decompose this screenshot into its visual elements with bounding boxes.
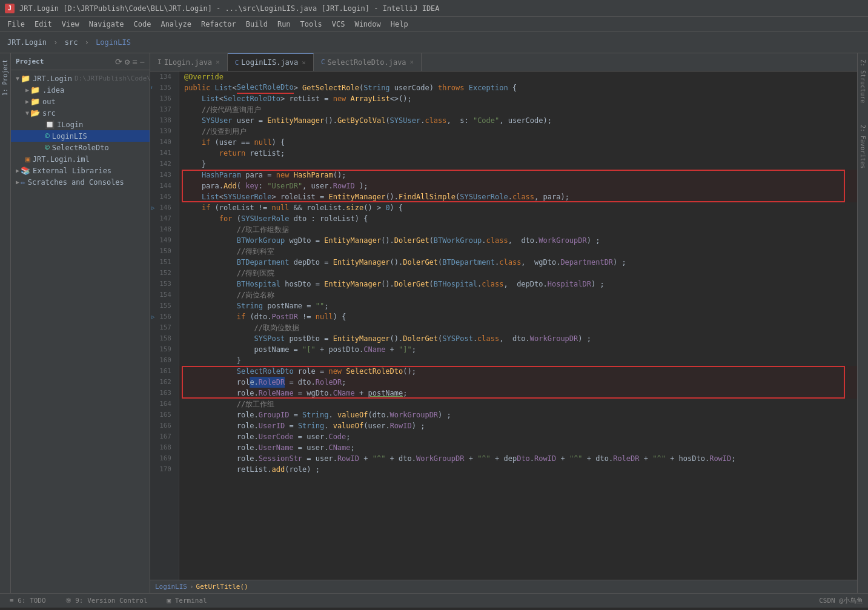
close-loginlis[interactable]: × <box>302 59 306 67</box>
close-ilogin[interactable]: × <box>216 58 220 66</box>
ln-139: 139 <box>153 126 174 137</box>
collapse-icon[interactable]: − <box>140 57 145 67</box>
code-line-162[interactable]: role.RoleDR = dto.RoleDR; <box>179 377 857 388</box>
code-editor[interactable]: 134 135 ↑ 136 137 138 139 140 141 142 14… <box>150 71 857 580</box>
code-line-144[interactable]: para.Add( key: "UserDR", user.RowID ); <box>179 181 857 191</box>
loginlis-tab-icon: C <box>235 59 239 67</box>
terminal-icon: ▣ <box>167 597 171 605</box>
menu-view[interactable]: View <box>57 19 84 30</box>
tree-loginlis[interactable]: © LoginLIS <box>11 130 150 142</box>
sidebar-header: Project ⟳ ⚙ ≡ − <box>11 53 150 70</box>
code-line-136[interactable]: List<SelectRoleDto> retList = new ArrayL… <box>179 93 857 104</box>
code-line-145[interactable]: List<SYSUserRole> roleList = EntityManag… <box>179 191 857 202</box>
menu-code[interactable]: Code <box>129 19 156 30</box>
code-line-137[interactable]: //按代码查询用户 <box>179 104 857 115</box>
menu-vcs[interactable]: VCS <box>327 19 350 30</box>
todo-label: TODO <box>30 597 46 605</box>
ln-156: 156 ▷ <box>153 311 174 322</box>
code-line-166[interactable]: role.UserID = String. valueOf(user.RowID… <box>179 420 857 431</box>
src-arrow: ▼ <box>25 110 29 116</box>
code-line-143[interactable]: HashParam para = new HashParam(); <box>179 170 857 181</box>
code-line-163[interactable]: role.RoleName = wgDto.CName + postName; <box>179 388 857 399</box>
todo-tab[interactable]: ≡ 6: TODO <box>5 595 51 606</box>
code-line-140[interactable]: if (user == null) { <box>179 137 857 148</box>
tree-out[interactable]: ▶ 📁 out <box>11 96 150 107</box>
tree-iml[interactable]: ▣ JRT.Login.iml <box>11 153 150 165</box>
code-line-165[interactable]: role.GroupID = String. valueOf(dto.WorkG… <box>179 409 857 420</box>
code-line-164[interactable]: //放工作组 <box>179 399 857 409</box>
code-line-153[interactable]: BTHospital hosDto = EntityManager().Dole… <box>179 279 857 290</box>
ln-140: 140 <box>153 137 174 148</box>
favorites-tab[interactable]: 2: Favorites <box>858 121 867 172</box>
code-line-168[interactable]: role.UserName = user.CName; <box>179 442 857 453</box>
expand-icon[interactable]: ≡ <box>132 57 137 67</box>
sync-icon[interactable]: ⟳ <box>115 57 122 67</box>
code-line-156[interactable]: if (dto.PostDR != null) { <box>179 311 857 322</box>
tree-external-libs[interactable]: ▶ 📚 External Libraries <box>11 165 150 176</box>
root-name: JRT.Login <box>33 75 72 83</box>
menu-tools[interactable]: Tools <box>296 19 327 30</box>
title-bar: J JRT.Login [D:\JRTPublish\Code\BLL\JRT.… <box>0 0 868 17</box>
tab-loginlis[interactable]: C LoginLIS.java × <box>228 53 314 71</box>
code-line-152[interactable]: //得到医院 <box>179 268 857 279</box>
menu-file[interactable]: File <box>2 19 30 30</box>
code-line-170[interactable]: retList.add(role) ; <box>179 464 857 475</box>
ln-143: 143 <box>153 170 174 181</box>
terminal-tab[interactable]: ▣ Terminal <box>162 595 211 606</box>
out-arrow: ▶ <box>25 98 29 105</box>
tree-ilogin[interactable]: 🔲 ILogin <box>11 119 150 130</box>
code-line-142[interactable]: } <box>179 159 857 170</box>
ln-141: 141 <box>153 148 174 159</box>
out-icon: 📁 <box>30 97 40 106</box>
arrow-156: ▷ <box>151 311 154 322</box>
menu-build[interactable]: Build <box>241 19 273 30</box>
settings-icon[interactable]: ⚙ <box>125 57 130 67</box>
menu-run[interactable]: Run <box>273 19 296 30</box>
tree-idea[interactable]: ▶ 📁 .idea <box>11 84 150 96</box>
scratches-arrow: ▶ <box>16 179 19 185</box>
code-line-160[interactable]: } <box>179 355 857 366</box>
breadcrumb-method: GetUrlTitle() <box>196 583 248 591</box>
code-line-167[interactable]: role.UserCode = user.Code; <box>179 431 857 442</box>
tree-selectroledto[interactable]: © SelectRoleDto <box>11 142 150 153</box>
project-tab[interactable]: 1: Project <box>1 56 10 99</box>
code-line-146[interactable]: if (roleList != null && roleList.size() … <box>179 202 857 213</box>
code-line-151[interactable]: BTDepartment depDto = EntityManager().Do… <box>179 257 857 268</box>
code-line-158[interactable]: SYSPost postDto = EntityManager().DolerG… <box>179 333 857 344</box>
code-line-161[interactable]: SelectRoleDto role = new SelectRoleDto()… <box>179 366 857 377</box>
structure-tab[interactable]: Z: Structure <box>858 56 867 107</box>
close-selectroledto[interactable]: × <box>410 58 414 66</box>
tab-ilogin[interactable]: I ILogin.java × <box>150 53 228 71</box>
code-line-154[interactable]: //岗位名称 <box>179 290 857 300</box>
code-line-135[interactable]: public List<SelectRoleDto> GetSelectRole… <box>179 82 857 93</box>
code-line-134[interactable]: @Override <box>179 71 857 82</box>
menu-window[interactable]: Window <box>350 19 385 30</box>
ln-135: 135 ↑ <box>153 82 174 93</box>
code-line-155[interactable]: String postName = ""; <box>179 300 857 311</box>
code-line-141[interactable]: return retList; <box>179 148 857 159</box>
tree-root[interactable]: ▼ 📁 JRT.Login D:\JRTPublish\Code\ <box>11 73 150 84</box>
code-line-169[interactable]: role.SessionStr = user.RowID + "^" + dto… <box>179 453 857 464</box>
root-path: D:\JRTPublish\Code\ <box>75 75 150 82</box>
menu-analyze[interactable]: Analyze <box>156 19 196 30</box>
tree-scratches[interactable]: ▶ ✏ Scratches and Consoles <box>11 176 150 188</box>
tree-src[interactable]: ▼ 📂 src <box>11 107 150 119</box>
toolbar-file: LoginLIS <box>96 38 131 47</box>
code-line-159[interactable]: postName = "[" + postDto.CName + "]"; <box>179 344 857 355</box>
code-line-139[interactable]: //没查到用户 <box>179 126 857 137</box>
ln-151: 151 <box>153 257 174 268</box>
ln-147: 147 <box>153 213 174 224</box>
code-line-147[interactable]: for (SYSUserRole dto : roleList) { <box>179 213 857 224</box>
code-line-150[interactable]: //得到科室 <box>179 246 857 257</box>
menu-refactor[interactable]: Refactor <box>196 19 241 30</box>
code-line-138[interactable]: SYSUser user = EntityManager().GetByColV… <box>179 115 857 126</box>
version-control-tab[interactable]: ⑨ 9: Version Control <box>61 595 153 606</box>
code-line-148[interactable]: //取工作组数据 <box>179 224 857 235</box>
code-line-157[interactable]: //取岗位数据 <box>179 322 857 333</box>
tab-selectroledto[interactable]: C SelectRoleDto.java × <box>314 53 422 71</box>
menu-navigate[interactable]: Navigate <box>84 19 129 30</box>
menu-help[interactable]: Help <box>386 19 413 30</box>
code-line-149[interactable]: BTWorkGroup wgDto = EntityManager().Dole… <box>179 235 857 246</box>
sidebar: Project ⟳ ⚙ ≡ − ▼ 📁 JRT.Login D:\JRTPubl… <box>11 53 150 593</box>
menu-edit[interactable]: Edit <box>30 19 57 30</box>
